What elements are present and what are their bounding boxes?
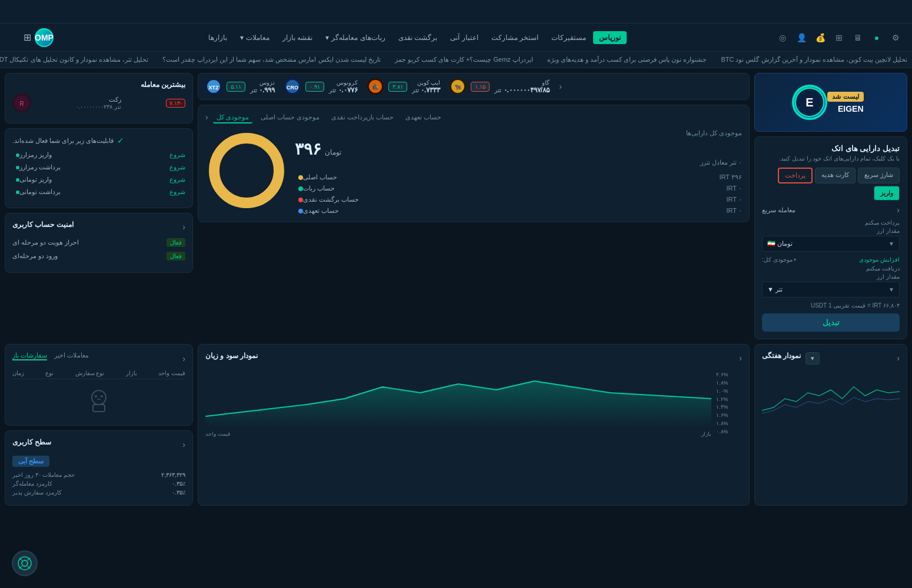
crypto-xtz-info: تزوس ۰.۹۹۹ تتر bbox=[250, 79, 275, 94]
account-robot-amount: ۰ IRT bbox=[726, 185, 742, 192]
crypto-strip-arrow[interactable]: ‹ bbox=[559, 82, 562, 91]
rekt-name: رکت bbox=[76, 96, 122, 103]
account-cashback-dot bbox=[298, 198, 303, 202]
chart-dropdown[interactable]: ▾ bbox=[806, 352, 820, 365]
wallet-content: موجودی کل دارایی‌ها تومان ۳۹۶ ۰ تتر معاد… bbox=[205, 129, 742, 215]
swap-tab-gift[interactable]: کارت هدیه bbox=[815, 168, 856, 183]
grid-toggle-icon[interactable]: ⊞ bbox=[24, 32, 31, 43]
nav-item-markets[interactable]: بازارها bbox=[202, 31, 233, 44]
wallet-arrow[interactable]: ‹ bbox=[205, 112, 208, 123]
account-item-main: ۳۹۶ IRT حساب اصلی bbox=[295, 173, 742, 181]
tab-recent-trades[interactable]: معاملات اخیر bbox=[54, 352, 89, 360]
monitor-icon[interactable]: 🖥 bbox=[851, 31, 865, 45]
crypto-caw-price: ۰.۰۰۰۰۰۰۴۹۷/۸۵ تتر bbox=[494, 86, 550, 94]
capabilities-panel: ✓ قابلیت‌های زیر برای شما فعال شده‌اند. … bbox=[5, 128, 193, 208]
stat-maker-label: کارمزد معامله‌گر bbox=[12, 480, 52, 487]
help-icon[interactable]: ◎ bbox=[775, 31, 790, 45]
security-title: امنیت حساب کاربری bbox=[12, 220, 74, 229]
crypto-item-ape: ایپ کوین ۰.۷۳۳۳ تتر ۳.۸۱ 🦍 bbox=[367, 78, 440, 95]
wallet-icon[interactable]: 💰 bbox=[813, 31, 827, 45]
account-commitment-dot bbox=[298, 209, 303, 213]
swap-arrow-left[interactable]: ‹ bbox=[897, 205, 900, 215]
convert-button[interactable]: تبدیل bbox=[762, 313, 900, 332]
account-item-robot: ۰ IRT حساب ربات bbox=[295, 185, 742, 192]
col-market: بازار bbox=[126, 370, 137, 376]
crypto-xtz-badge: ۵.۱۱ bbox=[227, 82, 245, 92]
receive-amount-label: مقدار ارز bbox=[762, 273, 900, 280]
nav-item-staking[interactable]: استخر مشارکت bbox=[485, 31, 544, 44]
nav-item-trade[interactable]: معاملات ▾ bbox=[234, 31, 275, 44]
most-traded-title: بیشترین معامله bbox=[12, 81, 185, 89]
crypto-item-xtz: تزوس ۰.۹۹۹ تتر ۵.۱۱ XTZ bbox=[205, 78, 275, 95]
total-amount: ۳۹۶ bbox=[295, 139, 321, 159]
cap-item-warez-crypto: شروع واریز رمزارز bbox=[12, 151, 185, 159]
listed-badge: لیست شد bbox=[827, 92, 863, 102]
cap-dot-1 bbox=[16, 153, 19, 157]
swap-panel: تبدیل دارایی های اتک با یک کلیک، تمام دا… bbox=[754, 136, 907, 339]
cap-action-4[interactable]: شروع bbox=[169, 188, 185, 196]
account-item-commitment: ۰ IRT حساب تعهدی bbox=[295, 207, 742, 215]
nav-item-norepas[interactable]: نورپاس bbox=[593, 31, 627, 44]
svg-point-17 bbox=[92, 390, 106, 405]
col-price: قیمت واحد bbox=[158, 370, 185, 376]
cap-header: ✓ قابلیت‌های زیر برای شما فعال شده‌اند. bbox=[12, 136, 185, 145]
svg-point-14 bbox=[225, 149, 268, 192]
user-level-panel: ‹ سطح کاربری سطح آبی ۲,۳۶۳,۳۲۹ حجم معامل… bbox=[5, 430, 193, 506]
swap-tab-warez[interactable]: واریز bbox=[874, 186, 900, 201]
nav-item-partners[interactable]: مستقیرکات bbox=[545, 31, 592, 44]
wallet-tab-total[interactable]: موجودی کل bbox=[213, 112, 252, 123]
nav-item-chart[interactable]: نقشه بازار bbox=[277, 31, 318, 44]
total-currency: تومان bbox=[325, 148, 341, 156]
tab-open-orders[interactable]: سفارشات باز bbox=[12, 352, 47, 360]
ticker-item-2: جشنواره نون پاس فرصتی برای کسب درآمد و ه… bbox=[547, 56, 707, 64]
cap-action-3[interactable]: شروع bbox=[169, 176, 185, 183]
swap-subtitle: با یک کلیک، تمام دارایی‌های اتک خود را ت… bbox=[762, 155, 900, 162]
left-panel: لیست شد EIGEN E تبدیل دارایی های اتک با … bbox=[754, 73, 907, 339]
level-title: سطح کاربری bbox=[12, 438, 51, 446]
svg-text:🐂: 🐂 bbox=[454, 83, 462, 91]
orders-empty-state bbox=[12, 383, 185, 418]
cap-dot-2 bbox=[16, 166, 19, 169]
wallet-tab-commitment[interactable]: حساب تعهدی bbox=[402, 112, 445, 123]
ticker-item-3: ایردراپ Gemz چیست؟+ کارت های کسب کریو جم… bbox=[395, 56, 533, 64]
nav-item-history[interactable]: ربات‌های معامله‌گر ▾ bbox=[319, 31, 391, 44]
wallet-panel: حساب تعهدی حساب بازپرداخت نقدی موجودی حس… bbox=[198, 105, 750, 222]
wallet-tab-cashback[interactable]: حساب بازپرداخت نقدی bbox=[328, 112, 397, 123]
nav-item-credit[interactable]: اعتبار آنی bbox=[444, 31, 484, 44]
swap-tab-payment[interactable]: پرداخت bbox=[778, 168, 813, 183]
traded-item-rekt: -۷.۱۳ رکت ۰.۰۰۰۰۰۰۰۰۲۳۸ تتر R bbox=[12, 93, 185, 112]
account-main-dot bbox=[298, 175, 303, 180]
settings-icon[interactable]: ⚙ bbox=[888, 31, 903, 45]
orders-arrow[interactable]: ‹ bbox=[182, 354, 185, 363]
cap-action-2[interactable]: شروع bbox=[169, 163, 185, 171]
support-button[interactable] bbox=[12, 550, 38, 576]
security-arrow[interactable]: ‹ bbox=[182, 222, 185, 232]
level-arrow[interactable]: ‹ bbox=[182, 440, 185, 449]
center-panel: ‹ گاو ۰.۰۰۰۰۰۰۴۹۷/۸۵ تتر ۱.۱۵ 🐂 bbox=[198, 73, 750, 339]
y-label-4: ۱.۲% bbox=[716, 396, 728, 402]
crypto-ape-info: ایپ کوین ۰.۷۳۳۳ تتر bbox=[412, 79, 441, 94]
swap-tab-charge[interactable]: شارژ سریع bbox=[858, 168, 900, 183]
weekly-chart-arrow[interactable]: ‹ bbox=[897, 353, 900, 363]
cap-name-3: واریز تومانی bbox=[19, 176, 52, 183]
cap-action-1[interactable]: شروع bbox=[169, 151, 185, 159]
wallet-tabs: حساب تعهدی حساب بازپرداخت نقدی موجودی حس… bbox=[205, 112, 742, 123]
cap-name-4: برداشت تومانی bbox=[19, 188, 61, 196]
svg-text:XTZ: XTZ bbox=[209, 85, 219, 91]
crypto-cro-info: کرونوس ۰.۰۷۷۶ تتر bbox=[329, 79, 358, 94]
wallet-tab-main[interactable]: موجودی حساب اصلی bbox=[257, 112, 323, 123]
currency-input[interactable]: ▼ تومان 🇮🇷 bbox=[762, 236, 900, 252]
ticker-bar: تحلیل لانچین بیت کوین، مشاهده نمودار و آ… bbox=[0, 52, 912, 68]
receive-input[interactable]: ▼ تتر ▼ bbox=[762, 282, 900, 298]
ticker-item-5: تحلیل تتر، مشاهده نمودار و کانون تحلیل ه… bbox=[0, 56, 148, 64]
svg-text:R: R bbox=[19, 101, 24, 107]
level-stat-maker: ۰.۳۵٪ کارمزد معامله‌گر bbox=[12, 480, 185, 487]
grid-icon[interactable]: ⊞ bbox=[832, 31, 846, 45]
nav-item-cashback[interactable]: برگشت نقدی bbox=[392, 31, 443, 44]
total-balance: موجودی کل دارایی‌ها تومان ۳۹۶ ۰ تتر معاد… bbox=[295, 129, 742, 166]
crypto-cro-name: کرونوس bbox=[329, 79, 358, 86]
increase-label[interactable]: افزایش موجودی bbox=[859, 256, 900, 263]
user-icon[interactable]: 👤 bbox=[794, 31, 808, 45]
pnl-chart-arrow[interactable]: ‹ bbox=[739, 353, 742, 363]
bottom-left-panel: ‹ ▾ نمودار هفتگی bbox=[754, 344, 907, 506]
